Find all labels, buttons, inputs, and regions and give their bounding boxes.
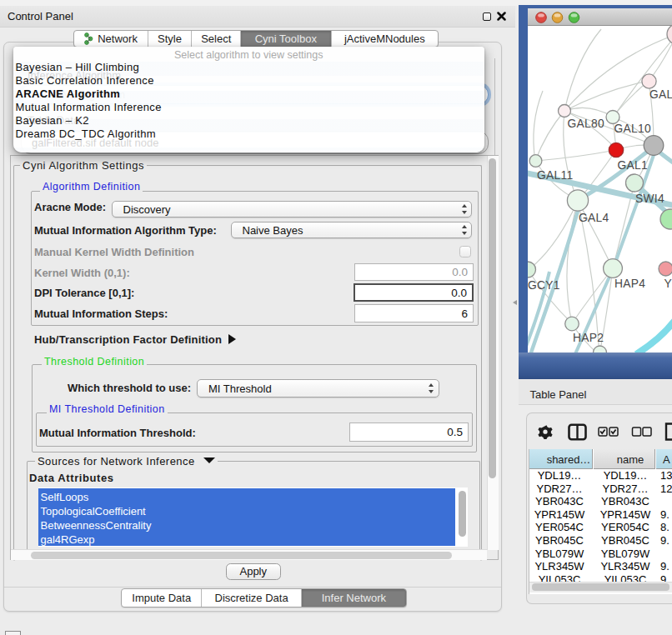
svg-text:SWI4: SWI4: [635, 192, 664, 205]
svg-text:GAL10: GAL10: [614, 122, 651, 135]
svg-text:GAL7: GAL7: [649, 88, 672, 101]
svg-text:GCY1: GCY1: [528, 279, 560, 292]
svg-text:GAL1: GAL1: [618, 159, 648, 172]
svg-text:GAL4: GAL4: [579, 212, 609, 224]
svg-text:Y: Y: [664, 278, 672, 290]
svg-text:HAP4: HAP4: [614, 278, 645, 290]
svg-text:HAP2: HAP2: [573, 332, 604, 344]
svg-text:GAL11: GAL11: [537, 169, 573, 182]
svg-text:GAL80: GAL80: [568, 118, 604, 130]
